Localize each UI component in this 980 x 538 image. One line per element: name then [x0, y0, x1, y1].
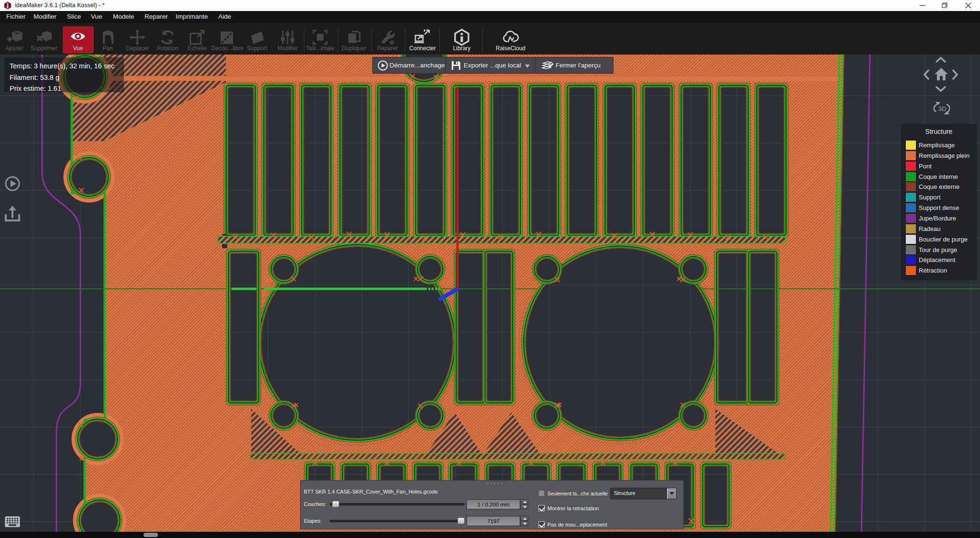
svg-text:3D: 3D: [938, 105, 947, 112]
